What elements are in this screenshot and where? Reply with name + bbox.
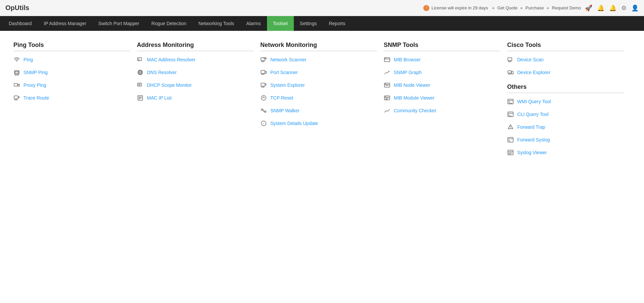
- list-item[interactable]: Network Scanner: [260, 57, 377, 63]
- license-text: License will expire in 29 days: [431, 5, 488, 10]
- mib-node-viewer-link[interactable]: MIB Node Viewer: [394, 82, 430, 88]
- nav-rogue-detection[interactable]: Rogue Detection: [145, 16, 192, 31]
- request-demo-link[interactable]: Request Demo: [552, 5, 581, 10]
- cli-query-icon: [507, 111, 514, 117]
- dot-separator: ●: [520, 5, 523, 10]
- cli-query-tool-link[interactable]: CLI Query Tool: [517, 112, 548, 117]
- mac-ip-list-link[interactable]: MAC IP List: [147, 95, 172, 101]
- nav-alarms[interactable]: Alarms: [240, 16, 267, 31]
- port-scanner-link[interactable]: Port Scanner: [270, 70, 298, 75]
- top-links: ● Get Quote ● Purchase ● Request Demo: [492, 5, 581, 10]
- system-details-update-icon: [260, 120, 267, 126]
- dhcp-scope-monitor-link[interactable]: DHCP Scope Monitor: [147, 82, 192, 88]
- list-item[interactable]: WMI Query Tool: [507, 99, 624, 105]
- mib-module-viewer-link[interactable]: MIB Module Viewer: [394, 95, 434, 101]
- snmp-walker-link[interactable]: SNMP Walker: [270, 108, 300, 113]
- list-item[interactable]: SNMP Walker: [260, 108, 377, 114]
- list-item[interactable]: System Explorer: [260, 82, 377, 88]
- snmp-graph-link[interactable]: SNMP Graph: [394, 70, 422, 75]
- list-item[interactable]: SNMP Ping: [13, 69, 130, 75]
- network-monitoring-list: Network Scanner Port Scanner: [260, 57, 377, 126]
- system-explorer-icon: [260, 82, 267, 88]
- svg-point-41: [261, 96, 266, 100]
- community-checker-link[interactable]: Community Checker: [394, 108, 436, 113]
- user-icon[interactable]: 👤: [631, 4, 639, 12]
- svg-rect-19: [138, 83, 142, 86]
- device-explorer-link[interactable]: Device Explorer: [517, 70, 550, 75]
- snmp-tools-list: MIB Browser SNMP Graph: [384, 57, 500, 114]
- mib-browser-link[interactable]: MIB Browser: [394, 57, 421, 62]
- nav-ip-address-manager[interactable]: IP Address Manager: [38, 16, 93, 31]
- topbar-right: ! License will expire in 29 days ● Get Q…: [423, 4, 639, 12]
- get-quote-link[interactable]: Get Quote: [497, 5, 518, 10]
- svg-rect-32: [261, 70, 265, 73]
- list-item[interactable]: MIB Browser: [384, 57, 500, 63]
- list-item[interactable]: MIB Module Viewer: [384, 95, 500, 101]
- bell-outline-icon[interactable]: 🔔: [597, 4, 604, 12]
- syslog-viewer-link[interactable]: Syslog Viewer: [517, 150, 547, 155]
- forward-trap-link[interactable]: Forward Trap: [517, 124, 545, 130]
- list-item[interactable]: Forward Trap: [507, 124, 624, 130]
- proxy-ping-icon: [13, 82, 20, 88]
- address-monitoring-section: Address Monitoring MAC Address Resolver: [137, 42, 260, 162]
- list-item[interactable]: SNMP Graph: [384, 69, 500, 75]
- wmi-query-tool-link[interactable]: WMI Query Tool: [517, 99, 551, 104]
- list-item[interactable]: TCP Reset: [260, 95, 377, 101]
- proxy-ping-link[interactable]: Proxy Ping: [23, 82, 46, 88]
- list-item[interactable]: MIB Node Viewer: [384, 82, 500, 88]
- svg-rect-78: [508, 150, 513, 155]
- list-item[interactable]: Forward Syslog: [507, 137, 624, 143]
- network-scanner-link[interactable]: Network Scanner: [270, 57, 306, 62]
- mac-address-resolver-link[interactable]: MAC Address Resolver: [147, 57, 196, 62]
- nav-networking-tools[interactable]: Networking Tools: [193, 16, 240, 31]
- list-item[interactable]: Syslog Viewer: [507, 149, 624, 156]
- list-item[interactable]: Port Scanner: [260, 69, 377, 75]
- list-item[interactable]: MAC Address Resolver: [137, 57, 254, 63]
- nav-reports[interactable]: Reports: [323, 16, 351, 31]
- svg-rect-5: [15, 71, 18, 73]
- list-item[interactable]: Proxy Ping: [13, 82, 130, 88]
- list-item[interactable]: Device Scan: [507, 57, 624, 63]
- list-item[interactable]: CLI Query Tool: [507, 111, 624, 117]
- svg-rect-9: [14, 96, 18, 99]
- device-scan-link[interactable]: Device Scan: [517, 57, 544, 62]
- settings-icon[interactable]: ⚙: [621, 4, 627, 12]
- dhcp-icon: [137, 82, 144, 88]
- list-item[interactable]: DNS Resolver: [137, 69, 254, 75]
- purchase-link[interactable]: Purchase: [526, 5, 544, 10]
- trace-route-link[interactable]: Trace Route: [23, 95, 49, 101]
- network-monitoring-section: Network Monitoring Network Scanner: [260, 42, 384, 162]
- mib-browser-icon: [384, 57, 390, 63]
- list-item[interactable]: Ping: [13, 57, 130, 63]
- dns-resolver-link[interactable]: DNS Resolver: [147, 70, 177, 75]
- list-item[interactable]: Community Checker: [384, 108, 500, 114]
- rocket-icon[interactable]: 🚀: [585, 4, 592, 12]
- system-explorer-link[interactable]: System Explorer: [270, 82, 305, 88]
- list-item[interactable]: System Details Update: [260, 120, 377, 126]
- ping-tools-section: Ping Tools Ping: [13, 42, 137, 162]
- snmp-tools-section: SNMP Tools MIB Browser SNM: [384, 42, 507, 162]
- list-item[interactable]: DHCP Scope Monitor: [137, 82, 254, 88]
- wifi-icon: [13, 57, 20, 63]
- nav-dashboard[interactable]: Dashboard: [3, 16, 38, 31]
- nav-toolset[interactable]: Toolset: [267, 16, 294, 31]
- forward-syslog-link[interactable]: Forward Syslog: [517, 137, 550, 142]
- svg-rect-37: [261, 83, 265, 86]
- network-monitoring-title: Network Monitoring: [260, 42, 377, 51]
- snmp-ping-link[interactable]: SNMP Ping: [23, 70, 48, 75]
- list-item[interactable]: Trace Route: [13, 95, 130, 101]
- list-item[interactable]: MAC IP List: [137, 95, 254, 101]
- tcp-reset-icon: [260, 95, 267, 101]
- nav-switch-port-mapper[interactable]: Switch Port Mapper: [92, 16, 145, 31]
- community-checker-icon: [384, 108, 390, 114]
- nav-settings[interactable]: Settings: [294, 16, 323, 31]
- system-details-update-link[interactable]: System Details Update: [270, 121, 318, 126]
- ping-link[interactable]: Ping: [23, 57, 33, 62]
- address-monitoring-list: MAC Address Resolver DNS Resolver: [137, 57, 254, 101]
- list-item[interactable]: Device Explorer: [507, 69, 624, 75]
- trace-route-icon: [13, 95, 20, 101]
- notification-icon[interactable]: 🔔: [609, 4, 616, 12]
- topbar: OpUtils ! License will expire in 29 days…: [0, 0, 644, 16]
- tcp-reset-link[interactable]: TCP Reset: [270, 95, 293, 101]
- port-scanner-icon: [260, 69, 267, 75]
